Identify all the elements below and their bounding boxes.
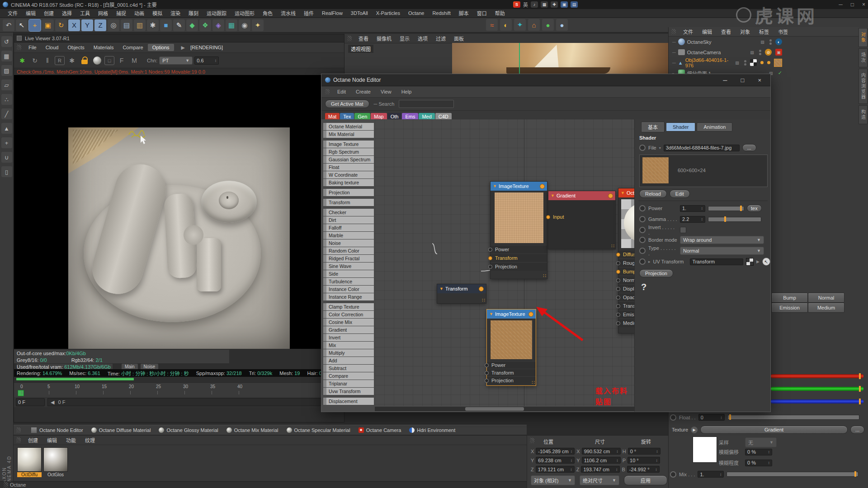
node-type-item[interactable]: Invert xyxy=(323,334,374,341)
live-viewer-menu-item[interactable]: File xyxy=(24,44,41,51)
input-port[interactable] xyxy=(616,304,620,308)
node-input-row[interactable]: Opacity xyxy=(618,293,634,301)
size-y-field[interactable]: 1106.2 cm↕ xyxy=(582,457,621,464)
node-type-item[interactable]: Cosine Mix xyxy=(323,319,374,326)
menu-item[interactable]: 角色 xyxy=(259,9,277,17)
type-dropdown[interactable]: Normal▼ xyxy=(680,247,764,255)
input-port[interactable] xyxy=(616,296,620,300)
material-manager-menu-item[interactable]: 纹理 xyxy=(80,436,99,444)
lock-icon[interactable]: ▯ xyxy=(1,166,12,177)
node-type-item[interactable]: Uvw Transform xyxy=(323,388,374,395)
texture-browse-button[interactable]: ... xyxy=(850,426,864,434)
side-tab[interactable]: 内容浏览器 xyxy=(859,69,868,104)
octdiffuse-node[interactable]: ▼OctDiffuse Diffuse xyxy=(618,188,634,333)
uv-transform-field[interactable]: Transform xyxy=(690,258,743,265)
file-radio[interactable] xyxy=(639,145,646,151)
invert-checkbox[interactable] xyxy=(680,227,686,233)
output-port[interactable] xyxy=(528,312,533,317)
material-preview[interactable] xyxy=(17,447,42,472)
border-mode-radio[interactable] xyxy=(639,237,646,243)
object-row-octanecamera[interactable]: ─ OctaneCamera ▨ ⊘ ▣ xyxy=(669,47,868,57)
minimize-button[interactable]: ─ xyxy=(839,1,843,8)
restart-render-icon[interactable]: ↻ xyxy=(29,55,40,66)
uv-radio[interactable] xyxy=(639,258,646,265)
node-graph[interactable]: ▼Transform ∷ ▼ImageTexture Power xyxy=(375,119,634,406)
subdivision-surface-icon[interactable]: ◆ xyxy=(186,19,198,31)
coord-system-icon[interactable]: ◎ xyxy=(108,19,119,31)
resize-handle[interactable]: ∷ xyxy=(482,297,485,303)
blur-scale-field[interactable]: 0 %↕ xyxy=(745,460,772,466)
tab-octane-node-editor[interactable]: Octane Node Editor xyxy=(31,427,83,433)
input-port[interactable] xyxy=(488,248,492,252)
layer-icon[interactable]: ▨ xyxy=(759,38,766,45)
node-type-item[interactable]: Multiply xyxy=(323,349,374,357)
input-port[interactable] xyxy=(616,261,620,265)
live-viewer-menu-item[interactable]: Cloud xyxy=(41,44,63,51)
drag-grip[interactable] xyxy=(17,45,21,50)
apply-button[interactable]: 应用 xyxy=(624,475,667,485)
file-field[interactable]: 3d66Model-688448-files-7.jpg xyxy=(664,145,740,151)
coord-mode-dropdown[interactable]: 对象 (相对)▼ xyxy=(531,475,575,485)
drag-grip[interactable] xyxy=(671,29,676,34)
node-type-item[interactable]: Triplanar xyxy=(323,380,374,387)
node-input-row[interactable]: Power xyxy=(487,361,536,369)
menu-item[interactable]: 编辑 xyxy=(22,9,40,17)
ime-language-label[interactable]: 英 xyxy=(523,1,528,8)
gradient-node[interactable]: ▼Gradient Input ∷ xyxy=(548,191,616,249)
render-picture-icon[interactable]: ▥ xyxy=(134,19,146,31)
node-type-item[interactable]: Mix xyxy=(323,342,374,349)
smoothing-tag-icon[interactable] xyxy=(767,61,770,64)
menu-item[interactable]: 选择 xyxy=(58,9,76,17)
transform-node[interactable]: ▼Transform ∷ xyxy=(437,284,486,304)
properties-tab[interactable]: Shader xyxy=(666,122,695,131)
enabled-check-icon[interactable]: ✓ xyxy=(778,70,782,76)
node-type-item[interactable]: Add xyxy=(323,357,374,364)
maximize-button[interactable]: □ xyxy=(851,1,854,8)
layer-icon[interactable]: ▨ xyxy=(749,49,755,56)
image-texture-node-1[interactable]: ▼ImageTexture Power Transform xyxy=(490,181,547,279)
node-editor-menu-item[interactable]: Create xyxy=(351,89,376,94)
output-port[interactable] xyxy=(479,286,484,291)
rot-h-field[interactable]: 0 °↕ xyxy=(628,448,660,455)
sample-dropdown[interactable]: 无▼ xyxy=(745,437,777,447)
power-slider[interactable] xyxy=(708,206,744,211)
model-mode-icon[interactable]: ▦ xyxy=(1,51,12,61)
node-input-row[interactable]: Power xyxy=(491,245,547,253)
transform-icon[interactable] xyxy=(746,258,754,266)
close-button[interactable]: × xyxy=(758,77,761,84)
viewport-menu-item[interactable]: 摄像机 xyxy=(373,35,396,42)
resize-handle[interactable]: ∷ xyxy=(611,243,614,249)
node-input-row[interactable]: Bump xyxy=(618,267,634,276)
input-port[interactable] xyxy=(485,371,489,375)
render-canvas[interactable] xyxy=(14,75,344,349)
render-settings-icon[interactable]: ✱ xyxy=(147,19,159,31)
image-texture-node-2[interactable]: ▼ImageTexture Power Transform xyxy=(486,309,536,386)
node-input-row[interactable]: Projection xyxy=(487,376,536,384)
side-tab[interactable]: 场次 xyxy=(859,48,868,67)
menu-item[interactable]: 工具 xyxy=(76,9,94,17)
node-input-row[interactable]: Projection xyxy=(491,262,547,271)
menu-item[interactable]: RealFlow xyxy=(318,10,347,16)
node-editor-titlebar[interactable]: Octane Node Editor ─ □ × xyxy=(321,74,770,86)
tab-octane-camera[interactable]: Octane Camera xyxy=(359,427,401,433)
node-type-item[interactable]: Instance Range xyxy=(323,293,374,300)
texture-gradient-button[interactable]: Gradient xyxy=(700,426,848,434)
node-type-item[interactable]: Side xyxy=(323,270,374,277)
input-port[interactable] xyxy=(616,287,620,291)
menu-item[interactable]: 捕捉 xyxy=(112,9,130,17)
viewport-menu-item[interactable]: 过滤 xyxy=(432,35,450,42)
menu-item[interactable]: 运动图形 xyxy=(231,9,259,17)
rotate-tool-icon[interactable]: ↻ xyxy=(55,19,67,31)
node-input-row[interactable]: Transform xyxy=(491,253,547,262)
realflow-icon[interactable]: ≈ xyxy=(486,19,498,31)
frame-scrubber[interactable]: ◀ 0 F xyxy=(47,398,341,406)
deformer-icon[interactable]: ◈ xyxy=(212,19,224,31)
resize-handle[interactable]: ∷ xyxy=(532,380,535,385)
get-active-mat-button[interactable]: Get Active Mat xyxy=(325,100,369,108)
node-type-item[interactable]: Mix Material xyxy=(323,131,374,138)
tab-octane-specular-material[interactable]: Octane Specular Material xyxy=(287,427,350,433)
channel-dropdown[interactable]: PT▼ xyxy=(159,56,193,65)
node-type-item[interactable]: Dirt xyxy=(323,216,374,224)
input-port[interactable] xyxy=(616,321,620,325)
menu-item[interactable]: 帮助 xyxy=(491,9,509,17)
